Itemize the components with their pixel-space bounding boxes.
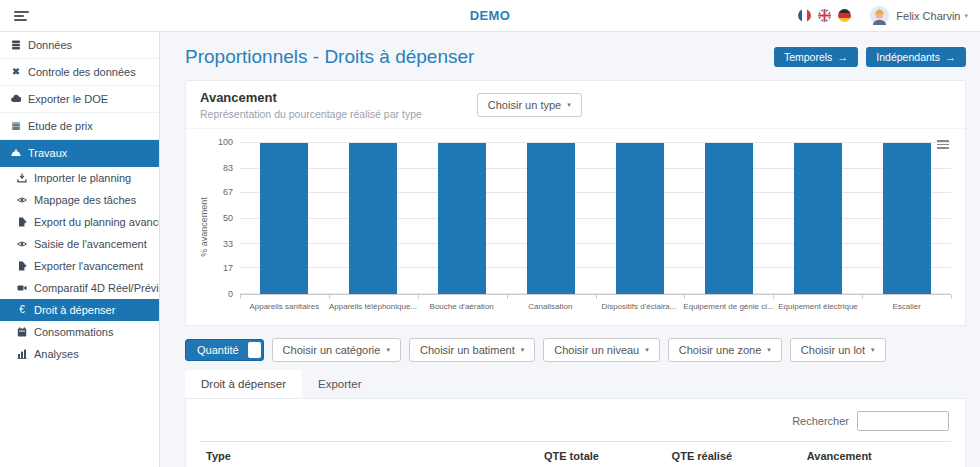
- sidebar-item-saisie-de-l-avancement[interactable]: Saisie de l'avancement: [0, 233, 159, 255]
- sidebar-item-export-du-planning-avance[interactable]: Export du planning avancé: [0, 211, 159, 233]
- german-flag[interactable]: [838, 9, 851, 22]
- dropdown-label: Choisir une zone: [679, 344, 762, 356]
- y-axis: 01733506783100: [212, 143, 240, 295]
- sidebar-item-label: Mappage des tâches: [34, 194, 136, 206]
- file-export-icon: [16, 217, 28, 227]
- x-axis-label: Bouche d'aération: [417, 302, 506, 311]
- filter-dropdown-choisir-une-zone[interactable]: Choisir une zone▾: [668, 338, 782, 362]
- column-header-avancement[interactable]: Avancement: [801, 442, 951, 467]
- button-label: Temporels: [784, 51, 832, 63]
- chevron-down-icon: ▾: [964, 12, 968, 20]
- table-card: Rechercher TypeQTE totaleQTE réaliséAvan…: [185, 398, 966, 467]
- sidebar-item-consommations[interactable]: Consommations: [0, 321, 159, 343]
- app: DEMO Felix Charvin ▾ Données✖Controle de…: [0, 0, 980, 467]
- sidebar-item-label: Analyses: [34, 348, 79, 360]
- main-content: Proportionnels - Droits à dépenser Tempo…: [160, 32, 980, 467]
- quantity-toggle[interactable]: Quantité: [185, 339, 264, 361]
- y-axis-tick-label: 67: [223, 187, 233, 197]
- x-axis-label: Equipement électrique: [774, 302, 863, 311]
- eye-icon: [16, 239, 28, 249]
- tools-icon: ✖: [10, 67, 22, 77]
- menu-icon[interactable]: [12, 8, 31, 24]
- table-header-row: TypeQTE totaleQTE réaliséAvancement: [200, 442, 951, 467]
- caret-down-icon: ▾: [767, 346, 771, 354]
- x-axis-label: Canalisation: [506, 302, 595, 311]
- y-axis-tick-label: 0: [228, 289, 233, 299]
- x-axis-label: Appareils téléphonique...: [329, 302, 418, 311]
- independants-button[interactable]: Indépendants→: [866, 47, 966, 67]
- chart-card: Avancement Représentation du pourcentage…: [185, 80, 966, 326]
- page-title: Proportionnels - Droits à dépenser: [185, 46, 474, 68]
- toggle-knob: [248, 342, 261, 358]
- sidebar-item-importer-le-planning[interactable]: Importer le planning: [0, 167, 159, 189]
- sidebar-item-donnees[interactable]: Données: [0, 32, 159, 59]
- import-icon: [16, 173, 28, 183]
- type-dropdown-label: Choisir un type: [488, 99, 561, 111]
- filter-dropdown-choisir-un-categorie[interactable]: Choisir un catégorie▾: [272, 338, 401, 362]
- sidebar-item-travaux[interactable]: Travaux: [0, 140, 159, 167]
- british-flag[interactable]: [818, 9, 831, 22]
- caret-down-icon: ▾: [386, 346, 390, 354]
- button-label: Indépendants: [876, 51, 940, 63]
- y-axis-tick-label: 17: [223, 263, 233, 273]
- calendar-icon: [16, 327, 28, 337]
- euro-icon: €: [16, 305, 28, 315]
- user-avatar[interactable]: [870, 6, 889, 25]
- filter-dropdown-choisir-un-lot[interactable]: Choisir un lot▾: [790, 338, 886, 362]
- x-axis-label: Dispositifs d'éclaira...: [595, 302, 684, 311]
- search-input[interactable]: [857, 411, 949, 431]
- y-axis-tick-label: 100: [218, 137, 233, 147]
- sidebar-item-mappage-des-taches[interactable]: Mappage des tâches: [0, 189, 159, 211]
- dropdown-label: Choisir un catégorie: [283, 344, 381, 356]
- sidebar-item-controle-des-donnees[interactable]: ✖Controle des données: [0, 59, 159, 86]
- caret-down-icon: ▾: [521, 346, 525, 354]
- column-header-qte-realise[interactable]: QTE réalisé: [666, 442, 801, 467]
- filter-bar: Quantité Choisir un catégorie▾Choisir un…: [185, 338, 966, 362]
- column-header-type[interactable]: Type: [200, 442, 538, 467]
- filter-dropdown-choisir-un-niveau[interactable]: Choisir un niveau▾: [543, 338, 660, 362]
- x-axis-ticks: [240, 295, 951, 299]
- x-axis-label: Appareils sanitaires: [240, 302, 329, 311]
- tab-droit-a-depenser[interactable]: Droit à dépenser: [185, 370, 302, 398]
- sidebar-item-droit-a-depenser[interactable]: €Droit à dépenser: [0, 299, 159, 321]
- y-axis-title: % avancement: [199, 197, 209, 257]
- sidebar-item-comparatif-4d-reel-previsionnel[interactable]: Comparatif 4D Réel/Prévisionnel: [0, 277, 159, 299]
- helmet-icon: [10, 148, 22, 158]
- filter-dropdown-choisir-un-batiment[interactable]: Choisir un batiment▾: [409, 338, 535, 362]
- temporels-button[interactable]: Temporels→: [774, 47, 858, 67]
- sidebar-item-analyses[interactable]: Analyses: [0, 343, 159, 365]
- user-name: Felix Charvin: [896, 10, 960, 22]
- sidebar-item-exporter-le-doe[interactable]: Exporter le DOE: [0, 86, 159, 113]
- database-icon: [10, 40, 22, 50]
- y-axis-tick-label: 50: [223, 213, 233, 223]
- arrow-right-icon: →: [945, 52, 956, 63]
- sidebar-item-etude-de-prix[interactable]: ▦Etude de prix: [0, 113, 159, 140]
- filter-dropdowns: Choisir un catégorie▾Choisir un batiment…: [272, 338, 886, 362]
- user-menu[interactable]: Felix Charvin ▾: [896, 10, 968, 22]
- sidebar-item-label: Données: [28, 39, 72, 51]
- language-flags: [798, 9, 851, 22]
- column-header-qte-totale[interactable]: QTE totale: [538, 442, 666, 467]
- chart-area: % avancement 01733506783100 Appareils sa…: [186, 129, 965, 325]
- nav-buttons: Temporels→Indépendants→: [774, 47, 966, 67]
- sidebar-item-label: Saisie de l'avancement: [34, 238, 147, 250]
- cloud-icon: [10, 94, 22, 104]
- sidebar-item-label: Exporter l'avancement: [34, 260, 143, 272]
- type-dropdown[interactable]: Choisir un type ▾: [477, 93, 582, 117]
- sidebar-item-label: Comparatif 4D Réel/Prévisionnel: [34, 282, 160, 294]
- sidebar-item-label: Etude de prix: [28, 120, 93, 132]
- file-export-icon: [16, 261, 28, 271]
- sidebar-item-label: Exporter le DOE: [28, 93, 108, 105]
- data-table: TypeQTE totaleQTE réaliséAvancement Appa…: [200, 441, 951, 467]
- bar-canalisation: [527, 143, 575, 294]
- app-header: DEMO Felix Charvin ▾: [0, 0, 980, 32]
- sidebar-item-label: Droit à dépenser: [34, 304, 115, 316]
- tab-exporter[interactable]: Exporter: [302, 370, 377, 398]
- x-axis-labels: Appareils sanitairesAppareils téléphoniq…: [240, 302, 951, 311]
- french-flag[interactable]: [798, 9, 811, 22]
- tabs: Droit à dépenserExporter: [185, 370, 966, 398]
- plot-area: [240, 143, 951, 295]
- sidebar-item-exporter-l-avancement[interactable]: Exporter l'avancement: [0, 255, 159, 277]
- sidebar-item-label: Export du planning avancé: [34, 216, 160, 228]
- sidebar-item-label: Importer le planning: [34, 172, 131, 184]
